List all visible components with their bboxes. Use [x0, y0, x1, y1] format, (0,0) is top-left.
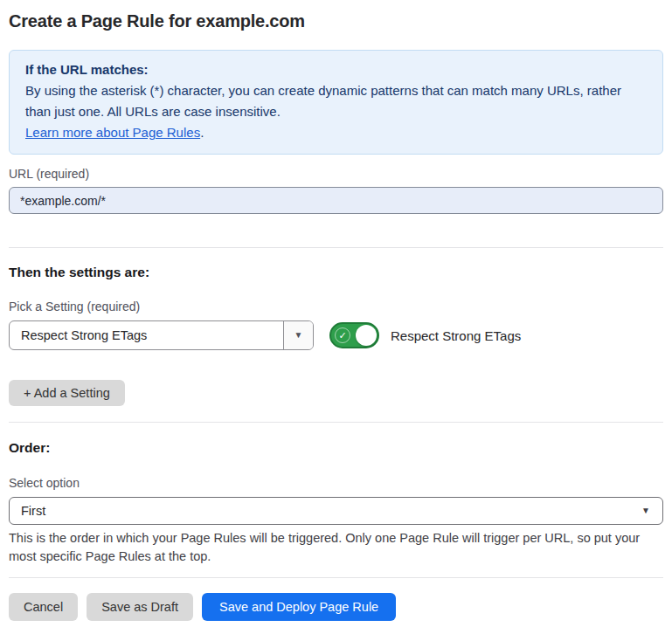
footer-actions: Cancel Save as Draft Save and Deploy Pag…: [9, 593, 663, 621]
order-select-value: First: [10, 504, 641, 518]
create-page-rule-panel: Create a Page Rule for example.com If th…: [0, 0, 672, 621]
save-deploy-button[interactable]: Save and Deploy Page Rule: [202, 593, 396, 621]
toggle-knob: [356, 325, 377, 346]
order-section-heading: Order:: [9, 440, 663, 456]
settings-section-heading: Then the settings are:: [9, 265, 663, 280]
chevron-down-icon: ▼: [641, 506, 650, 515]
setting-row: Respect Strong ETags ▼ ✓ Respect Strong …: [9, 320, 663, 350]
cancel-button[interactable]: Cancel: [9, 593, 78, 621]
info-box-link-line: Learn more about Page Rules.: [25, 122, 647, 143]
url-match-info-box: If the URL matches: By using the asteris…: [9, 50, 663, 155]
link-period: .: [200, 125, 204, 140]
url-input[interactable]: [9, 187, 663, 214]
check-icon: ✓: [335, 327, 350, 343]
save-draft-button[interactable]: Save as Draft: [87, 593, 193, 621]
pick-setting-label: Pick a Setting (required): [9, 300, 663, 314]
learn-more-link[interactable]: Learn more about Page Rules: [25, 125, 200, 140]
divider: [9, 577, 663, 578]
select-option-label: Select option: [9, 476, 663, 490]
order-help-text: This is the order in which your Page Rul…: [9, 529, 663, 566]
setting-select[interactable]: Respect Strong ETags ▼: [9, 320, 314, 350]
order-select[interactable]: First ▼: [9, 497, 663, 525]
page-title: Create a Page Rule for example.com: [9, 10, 663, 31]
info-box-heading: If the URL matches:: [25, 59, 647, 80]
divider: [9, 422, 663, 423]
chevron-down-icon: ▼: [294, 331, 303, 340]
setting-toggle[interactable]: ✓: [329, 322, 379, 348]
setting-select-arrow-button[interactable]: ▼: [283, 321, 313, 349]
setting-toggle-label: Respect Strong ETags: [391, 328, 521, 343]
divider: [9, 247, 663, 248]
url-label: URL (required): [9, 167, 663, 181]
add-setting-button[interactable]: + Add a Setting: [9, 380, 125, 406]
setting-select-value: Respect Strong ETags: [10, 328, 283, 342]
info-box-body: By using the asterisk (*) character, you…: [25, 80, 647, 122]
